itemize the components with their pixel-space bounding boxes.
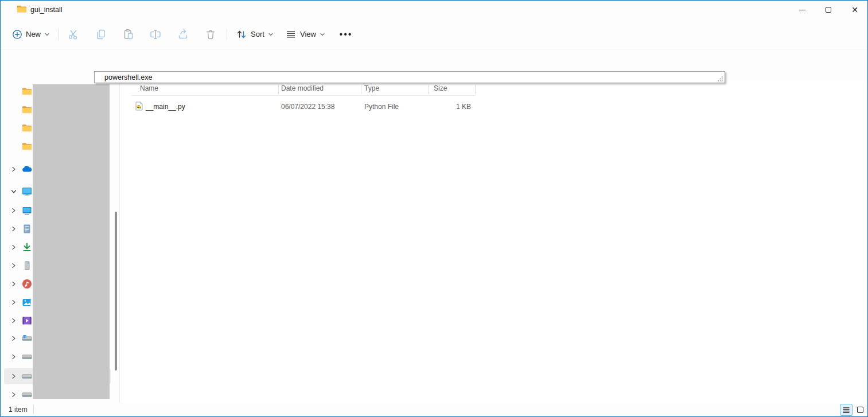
- more-options-button[interactable]: •••: [336, 25, 356, 44]
- rename-icon: [150, 29, 161, 40]
- column-divider[interactable]: [475, 85, 476, 94]
- copy-button[interactable]: [91, 25, 111, 44]
- folder-icon: [22, 86, 32, 96]
- file-size: 1 KB: [428, 103, 471, 111]
- file-row[interactable]: __main__.py 06/07/2022 15:38 Python File…: [120, 99, 487, 114]
- command-bar: New Sort View •••: [1, 19, 867, 49]
- large-icons-view-icon: [857, 407, 863, 413]
- item-count: 1 item: [9, 406, 28, 414]
- sidebar-scrollbar[interactable]: [115, 212, 117, 371]
- resize-grip-icon[interactable]: [717, 76, 723, 82]
- chevron-right-icon[interactable]: [10, 262, 17, 269]
- chevron-right-icon[interactable]: [10, 207, 17, 214]
- chevron-right-icon[interactable]: [10, 391, 17, 398]
- folder-icon: [22, 141, 32, 151]
- column-header-size[interactable]: Size: [434, 84, 447, 92]
- pictures-icon: [22, 297, 32, 307]
- column-divider[interactable]: [278, 85, 279, 94]
- chevron-right-icon[interactable]: [10, 166, 17, 173]
- minimize-icon: [799, 10, 805, 10]
- new-button[interactable]: New: [7, 25, 55, 44]
- folder-icon: [22, 104, 32, 115]
- rename-button[interactable]: [146, 25, 165, 44]
- cut-button[interactable]: [64, 25, 83, 44]
- status-separator: [33, 405, 34, 414]
- chevron-right-icon[interactable]: [10, 225, 17, 232]
- share-button[interactable]: [173, 25, 193, 44]
- file-date-modified: 06/07/2022 15:38: [281, 103, 334, 111]
- minimize-button[interactable]: [789, 1, 815, 19]
- share-icon: [177, 29, 189, 40]
- column-header-name[interactable]: Name: [140, 84, 158, 92]
- paste-button[interactable]: [119, 25, 138, 44]
- chevron-down-icon: [268, 32, 274, 37]
- documents-icon: [22, 224, 32, 234]
- onedrive-icon: [22, 165, 32, 173]
- plus-circle-icon: [12, 29, 22, 40]
- navigation-pane: [1, 80, 119, 403]
- close-button[interactable]: ✕: [842, 1, 868, 19]
- column-header-type[interactable]: Type: [364, 84, 379, 92]
- drive-icon: [22, 391, 32, 399]
- toolbar-separator: [227, 29, 227, 40]
- file-list-pane: ⌃ Name Date modified Type Size __main__.…: [120, 80, 868, 403]
- trash-icon: [205, 29, 216, 40]
- chevron-right-icon[interactable]: [10, 244, 17, 251]
- view-button-label: View: [300, 30, 316, 38]
- folder-icon: [22, 123, 32, 133]
- paste-icon: [123, 29, 134, 40]
- chevron-right-icon[interactable]: [10, 299, 17, 306]
- sort-arrows-icon: [236, 29, 247, 40]
- maximize-button[interactable]: [815, 1, 842, 19]
- chevron-right-icon[interactable]: [10, 317, 17, 324]
- python-file-icon: [134, 102, 143, 111]
- new-button-label: New: [26, 30, 41, 38]
- column-header-date-modified[interactable]: Date modified: [281, 84, 324, 92]
- sort-button-label: Sort: [251, 30, 264, 38]
- cut-icon: [68, 29, 79, 40]
- file-explorer-window: gui_install ✕ New Sort: [0, 0, 868, 417]
- title-bar: gui_install ✕: [1, 1, 867, 19]
- folder-icon: [17, 5, 27, 13]
- file-type: Python File: [364, 103, 399, 111]
- column-divider[interactable]: [428, 85, 429, 94]
- drive-icon: [22, 353, 32, 361]
- chevron-down-icon: [44, 32, 50, 37]
- delete-button[interactable]: [201, 25, 220, 44]
- header-underline: [131, 95, 476, 96]
- chevron-right-icon[interactable]: [10, 280, 17, 287]
- ellipsis-icon: •••: [340, 29, 353, 40]
- this-pc-icon: [22, 186, 32, 197]
- details-view-button[interactable]: [840, 404, 853, 416]
- address-suggestion-popup: powershell.exe: [94, 71, 725, 83]
- details-view-icon: [842, 406, 850, 414]
- toolbar-separator: [59, 29, 59, 40]
- maximize-icon: [826, 7, 831, 13]
- view-lines-icon: [285, 29, 297, 40]
- chevron-down-icon[interactable]: [10, 188, 17, 195]
- phone-icon: [22, 260, 32, 271]
- desktop-icon: [22, 205, 32, 216]
- chevron-right-icon[interactable]: [10, 353, 17, 360]
- music-icon: [22, 279, 32, 289]
- videos-icon: [22, 315, 32, 326]
- status-bar: 1 item: [1, 403, 867, 417]
- downloads-icon: [22, 242, 32, 252]
- explorer-body: ⌃ Name Date modified Type Size __main__.…: [1, 80, 867, 403]
- view-button[interactable]: View: [281, 25, 330, 44]
- column-divider[interactable]: [361, 85, 361, 94]
- drive-icon: [22, 372, 32, 380]
- window-title: gui_install: [30, 6, 63, 14]
- redacted-labels-overlay: [33, 84, 110, 399]
- suggestion-item[interactable]: powershell.exe: [104, 73, 152, 81]
- close-icon: ✕: [851, 6, 858, 14]
- sort-button[interactable]: Sort: [231, 25, 278, 44]
- windows-drive-icon: [22, 334, 32, 342]
- chevron-down-icon: [320, 32, 325, 37]
- chevron-right-icon[interactable]: [10, 373, 17, 380]
- copy-icon: [95, 29, 107, 40]
- file-name[interactable]: __main__.py: [146, 103, 185, 111]
- chevron-right-icon[interactable]: [10, 335, 17, 342]
- large-icons-view-button[interactable]: [854, 404, 866, 416]
